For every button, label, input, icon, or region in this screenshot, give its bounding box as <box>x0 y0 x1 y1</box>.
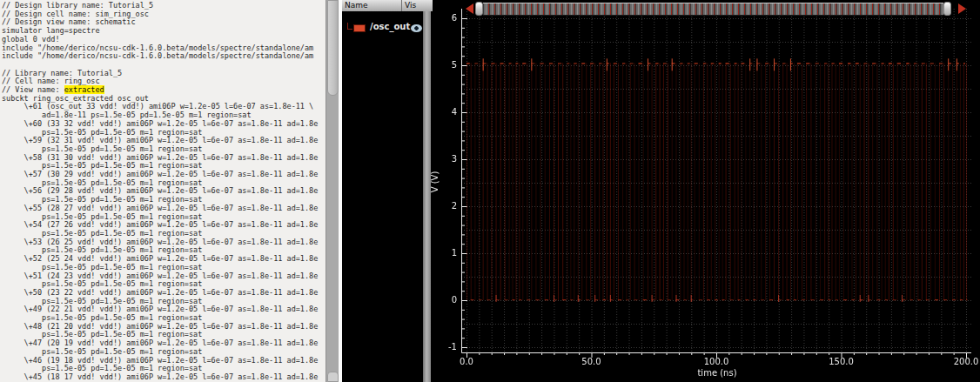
waveform-canvas[interactable] <box>433 0 980 382</box>
y-tick-label: -1 <box>434 342 457 352</box>
y-tick-label: 4 <box>434 107 457 117</box>
panorama-zoom-slider[interactable] <box>433 1 980 17</box>
netlist-text-panel: // Design library name: Tutorial_5// Des… <box>0 0 326 382</box>
y-tick-label: 5 <box>434 60 457 70</box>
column-divider <box>401 0 402 11</box>
x-tick-label: 200.0 <box>947 357 980 366</box>
name-column-header: Name <box>345 0 368 11</box>
netlist-line: include "/home/derico/ncsu-cdk-1.6.0.bet… <box>2 52 326 61</box>
netlist-line: \+45 (18 17 vdd! vdd!) ami06P w=1.2e-05 … <box>2 373 326 382</box>
pan-right-arrow-icon[interactable] <box>958 3 966 14</box>
y-tick-label: 0 <box>434 295 457 305</box>
netlist-scrollbar-thumb[interactable] <box>327 0 339 96</box>
signal-list-panel: Name Vis /osc_out <box>342 0 433 382</box>
visibility-eye-icon[interactable] <box>411 24 422 32</box>
x-tick-label: 50.0 <box>573 357 611 366</box>
screen: // Design library name: Tutorial_5// Des… <box>0 0 980 382</box>
y-axis-title: V (V) <box>430 162 440 202</box>
netlist-scrollbar[interactable] <box>326 0 339 382</box>
netlist-scrollbar-down-button[interactable] <box>327 372 339 382</box>
signal-row-osc-out[interactable]: /osc_out <box>342 19 422 35</box>
pan-slider-left-handle[interactable] <box>475 2 483 16</box>
x-tick-label: 100.0 <box>697 357 735 366</box>
pan-left-arrow-icon[interactable] <box>466 3 473 14</box>
y-tick-label: 1 <box>434 248 457 258</box>
x-tick-label: 150.0 <box>822 357 861 366</box>
pan-slider-right-handle[interactable] <box>943 2 951 16</box>
x-tick-label: 0.0 <box>447 357 486 366</box>
tree-branch-icon <box>347 23 352 30</box>
waveform-plot-panel: 6543210-10.050.0100.0150.0200.0 V (V) ti… <box>433 0 980 382</box>
x-axis-title: time (ns) <box>690 368 744 378</box>
y-tick-label: 6 <box>434 13 457 23</box>
signal-name: /osc_out <box>370 22 410 31</box>
signal-list-header: Name Vis <box>342 0 433 11</box>
y-tick-label: 2 <box>434 201 457 211</box>
signal-color-swatch <box>353 24 366 32</box>
pan-slider-waveform-strip[interactable] <box>483 3 943 16</box>
vis-column-header: Vis <box>405 0 416 11</box>
